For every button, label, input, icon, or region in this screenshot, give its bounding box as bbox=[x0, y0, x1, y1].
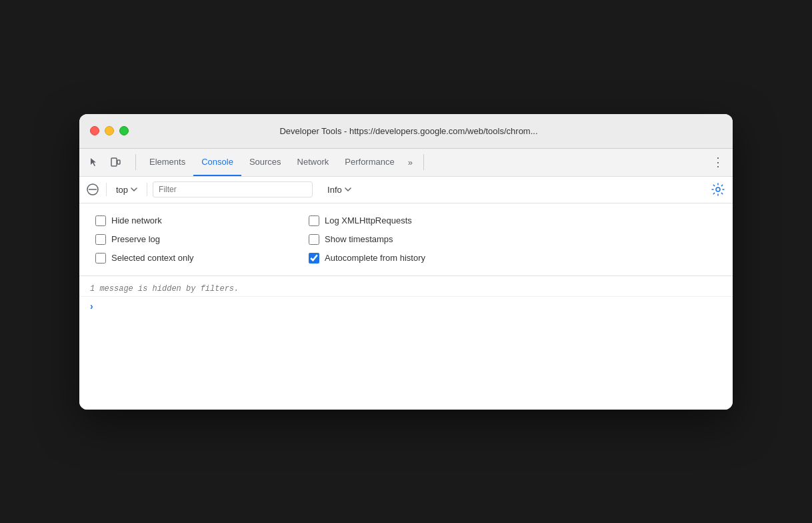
autocomplete-history-checkbox[interactable] bbox=[309, 253, 319, 264]
show-timestamps-checkbox[interactable] bbox=[309, 234, 319, 245]
preserve-log-checkbox[interactable] bbox=[95, 234, 106, 245]
console-divider-1 bbox=[106, 183, 107, 196]
log-xml-label: Log XMLHttpRequests bbox=[325, 215, 412, 225]
context-selector[interactable]: top bbox=[112, 183, 141, 196]
show-timestamps-option[interactable]: Show timestamps bbox=[309, 234, 495, 245]
hidden-message-notice: 1 message is hidden by filters. bbox=[79, 282, 733, 297]
console-divider-2 bbox=[147, 183, 147, 196]
svg-rect-0 bbox=[111, 158, 117, 166]
settings-row-2: Preserve log Show timestamps bbox=[95, 230, 717, 249]
show-timestamps-label: Show timestamps bbox=[325, 234, 393, 244]
autocomplete-history-label: Autocomplete from history bbox=[325, 253, 425, 263]
clear-console-button[interactable] bbox=[85, 181, 101, 197]
tab-elements[interactable]: Elements bbox=[141, 149, 193, 176]
toolbar-icons bbox=[85, 153, 125, 171]
tab-sources[interactable]: Sources bbox=[241, 149, 289, 176]
console-settings-button[interactable] bbox=[709, 180, 727, 199]
title-bar: Developer Tools - https://developers.goo… bbox=[79, 114, 733, 149]
log-level-selector[interactable]: Info bbox=[323, 183, 355, 196]
prompt-arrow-icon: › bbox=[90, 301, 93, 312]
console-prompt-row[interactable]: › bbox=[79, 297, 733, 316]
settings-row-3: Selected context only Autocomplete from … bbox=[95, 249, 717, 268]
console-toolbar: top Info bbox=[79, 177, 733, 203]
devtools-window: Developer Tools - https://developers.goo… bbox=[79, 114, 733, 410]
settings-row-1: Hide network Log XMLHttpRequests bbox=[95, 211, 717, 230]
hide-network-label: Hide network bbox=[111, 215, 162, 225]
selected-context-option[interactable]: Selected context only bbox=[95, 253, 282, 264]
tab-more-button[interactable]: » bbox=[403, 149, 418, 176]
console-settings-panel: Hide network Log XMLHttpRequests Preserv… bbox=[79, 203, 733, 276]
log-xml-checkbox[interactable] bbox=[309, 215, 319, 226]
preserve-log-label: Preserve log bbox=[111, 234, 160, 244]
hide-network-checkbox[interactable] bbox=[95, 215, 106, 226]
selected-context-checkbox[interactable] bbox=[95, 253, 106, 264]
window-title: Developer Tools - https://developers.goo… bbox=[95, 126, 722, 136]
tab-performance[interactable]: Performance bbox=[337, 149, 402, 176]
filter-input[interactable] bbox=[153, 181, 313, 197]
preserve-log-option[interactable]: Preserve log bbox=[95, 234, 282, 245]
console-output: 1 message is hidden by filters. › bbox=[79, 276, 733, 410]
hide-network-option[interactable]: Hide network bbox=[95, 215, 282, 226]
device-toggle-button[interactable] bbox=[106, 153, 125, 171]
cursor-icon-button[interactable] bbox=[85, 153, 103, 171]
tabs-container: Elements Console Sources Network Perform… bbox=[141, 149, 418, 176]
toolbar-divider-1 bbox=[135, 154, 136, 170]
autocomplete-history-option[interactable]: Autocomplete from history bbox=[309, 253, 495, 264]
tab-console[interactable]: Console bbox=[193, 149, 241, 176]
log-xml-option[interactable]: Log XMLHttpRequests bbox=[309, 215, 495, 226]
tab-network[interactable]: Network bbox=[289, 149, 337, 176]
toolbar-divider-2 bbox=[423, 154, 424, 170]
selected-context-label: Selected context only bbox=[111, 253, 194, 263]
devtools-menu-button[interactable]: ⋮ bbox=[709, 153, 727, 171]
console-input[interactable] bbox=[99, 302, 722, 311]
svg-rect-1 bbox=[117, 160, 120, 164]
devtools-toolbar: Elements Console Sources Network Perform… bbox=[79, 149, 733, 177]
